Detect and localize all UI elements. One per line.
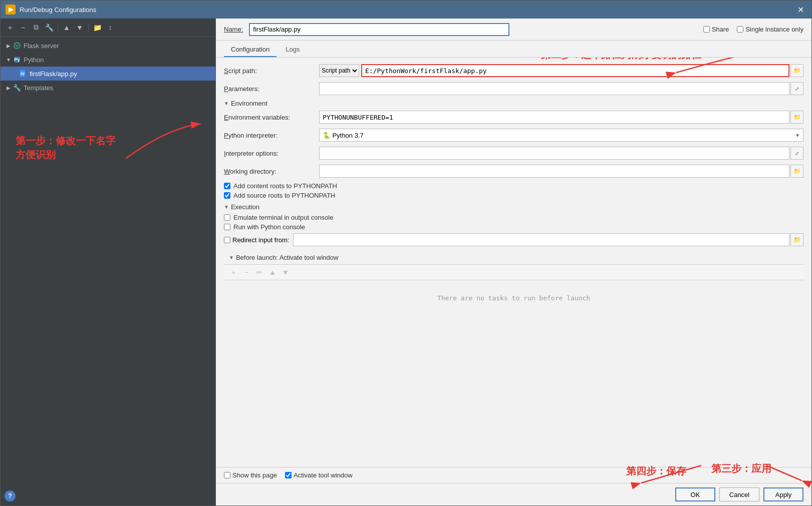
help-button[interactable]: ?	[5, 490, 16, 501]
execution-section-header: ▼ Execution	[224, 203, 803, 211]
templates-label: Templates	[24, 84, 53, 92]
working-dir-label: Working directory:	[224, 168, 319, 175]
ok-button[interactable]: OK	[675, 487, 715, 501]
working-dir-row: Working directory: 📁	[224, 164, 803, 178]
cancel-button[interactable]: Cancel	[719, 487, 759, 501]
working-dir-browse-btn[interactable]: 📁	[790, 165, 803, 178]
left-toolbar: + − ⧉ 🔧 ▲ ▼ 📁 ↕	[1, 19, 215, 37]
app-icon: ▶	[6, 5, 16, 15]
py-file-icon: py	[19, 69, 28, 78]
edit-button[interactable]: 🔧	[44, 22, 55, 33]
sort-button[interactable]: ↕	[105, 22, 116, 33]
env-vars-row: Environment variables: 📁	[224, 110, 803, 124]
working-dir-container: 📁	[319, 165, 803, 178]
launch-up-btn[interactable]: ▲	[267, 267, 278, 278]
script-path-label: Script path:	[224, 67, 319, 75]
exec-collapse-arrow[interactable]: ▼	[224, 204, 229, 210]
run-debug-window: ▶ Run/Debug Configurations ✕ + − ⧉ 🔧 ▲ ▼…	[0, 0, 812, 506]
interpreter-options-label: Interpreter options:	[224, 150, 319, 157]
folder-button[interactable]: 📁	[92, 22, 103, 33]
python-interpreter-label: Python interpreter:	[224, 132, 319, 139]
show-page-label[interactable]: Show this page	[224, 471, 277, 479]
launch-collapse-arrow[interactable]: ▼	[229, 255, 234, 260]
share-options: Share Single instance only	[703, 26, 803, 33]
script-path-input-container: Script path 📁	[319, 64, 803, 77]
redirect-input-row: Redirect input from: 📁	[224, 233, 803, 247]
launch-body: There are no tasks to run before launch	[224, 280, 803, 315]
script-type-select[interactable]: Script path	[319, 64, 359, 77]
parameters-input[interactable]	[319, 82, 789, 95]
interpreter-options-row: Interpreter options: ⤢	[224, 146, 803, 160]
python-interpreter-row: Python interpreter: 🐍 Python 3.7 ▼	[224, 128, 803, 142]
add-content-roots-checkbox[interactable]	[224, 183, 230, 189]
launch-add-btn[interactable]: +	[228, 267, 239, 278]
share-label[interactable]: Share	[703, 26, 729, 33]
share-checkbox[interactable]	[703, 26, 710, 33]
tree-item-templates[interactable]: ▶ 🔧 Templates	[1, 81, 215, 95]
interpreter-options-input[interactable]	[319, 147, 789, 160]
redirect-input[interactable]	[293, 233, 789, 246]
env-vars-input[interactable]	[319, 111, 789, 124]
add-button[interactable]: +	[5, 22, 16, 33]
tree-item-firstflask-app[interactable]: py firstFlask/app.py	[1, 67, 215, 81]
tabs-bar: Configuration Logs	[216, 41, 811, 58]
launch-toolbar: + − ✏ ▲ ▼	[224, 265, 803, 280]
env-vars-browse-btn[interactable]: 📁	[790, 111, 803, 124]
script-path-input[interactable]	[361, 64, 789, 77]
redirect-browse-btn[interactable]: 📁	[790, 233, 803, 246]
launch-down-btn[interactable]: ▼	[280, 267, 291, 278]
python-interpreter-dropdown[interactable]: 🐍 Python 3.7 ▼	[319, 129, 803, 142]
show-page-checkbox[interactable]	[224, 472, 230, 478]
tab-logs[interactable]: Logs	[279, 43, 307, 57]
firstflask-app-label: firstFlask/app.py	[30, 70, 77, 78]
activate-window-label[interactable]: Activate tool window	[285, 471, 353, 479]
redirect-input-checkbox[interactable]	[224, 237, 230, 243]
env-collapse-arrow[interactable]: ▼	[224, 101, 229, 106]
step2-annotation: 第二步：这个路径为刚才复制的路径	[541, 58, 701, 62]
divider-2	[88, 23, 89, 32]
interpreter-dropdown-arrow: ▼	[795, 133, 800, 138]
activate-window-checkbox[interactable]	[285, 472, 292, 478]
before-launch-section: ▼ Before launch: Activate tool window + …	[224, 251, 803, 315]
title-bar: ▶ Run/Debug Configurations ✕	[1, 1, 811, 19]
flask-server-label: Flask server	[24, 42, 59, 50]
name-input[interactable]	[249, 23, 509, 36]
env-vars-input-container: 📁	[319, 111, 803, 124]
add-content-roots-row: Add content roots to PYTHONPATH	[224, 182, 803, 190]
name-bar: Name: Share Single instance only	[216, 19, 811, 41]
run-python-console-row: Run with Python console	[224, 223, 803, 231]
up-button[interactable]: ▲	[61, 22, 72, 33]
redirect-label: Redirect input from:	[232, 236, 289, 244]
working-dir-input[interactable]	[319, 165, 789, 178]
script-path-browse-btn[interactable]: 📁	[790, 64, 803, 77]
interpreter-options-expand-btn[interactable]: ⤢	[790, 147, 803, 160]
before-launch-header: ▼ Before launch: Activate tool window	[224, 251, 803, 265]
python-label: Python	[24, 56, 44, 64]
svg-text:py: py	[21, 72, 25, 76]
arrow-python: ▼	[5, 56, 13, 64]
remove-button[interactable]: −	[18, 22, 29, 33]
tab-configuration[interactable]: Configuration	[224, 43, 277, 57]
emulate-terminal-checkbox[interactable]	[224, 214, 230, 221]
launch-edit-btn[interactable]: ✏	[254, 267, 265, 278]
step1-annotation: 第一步：修改一下名字方便识别	[16, 134, 116, 162]
run-python-console-checkbox[interactable]	[224, 224, 230, 230]
launch-remove-btn[interactable]: −	[241, 267, 252, 278]
step3-annotation: 第三步：应用	[711, 461, 771, 475]
down-button[interactable]: ▼	[74, 22, 85, 33]
add-source-roots-checkbox[interactable]	[224, 192, 230, 199]
tree-view: ▶ Flask server ▼ Py Python	[1, 37, 215, 97]
single-instance-label[interactable]: Single instance only	[737, 26, 803, 33]
python-icon: Py	[13, 55, 22, 64]
tree-item-python[interactable]: ▼ Py Python	[1, 53, 215, 67]
close-button[interactable]: ✕	[794, 4, 806, 16]
parameters-row: Parameters: ⤢	[224, 82, 803, 96]
single-instance-checkbox[interactable]	[737, 26, 743, 33]
tree-item-flask-server[interactable]: ▶ Flask server	[1, 39, 215, 53]
parameters-expand-btn[interactable]: ⤢	[790, 82, 803, 95]
arrow-flask: ▶	[5, 42, 13, 50]
arrow-templates: ▶	[5, 84, 13, 92]
apply-button[interactable]: Apply	[763, 487, 803, 501]
environment-section-header: ▼ Environment	[224, 100, 803, 107]
copy-button[interactable]: ⧉	[31, 22, 42, 33]
